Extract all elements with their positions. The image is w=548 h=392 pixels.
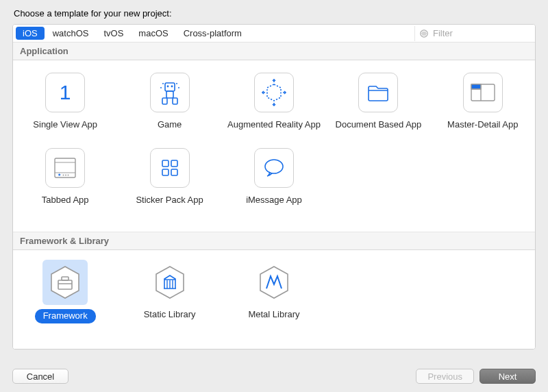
game-icon <box>150 73 190 112</box>
filter-icon <box>419 29 429 38</box>
svg-point-13 <box>160 87 162 88</box>
next-button[interactable]: Next <box>480 369 536 384</box>
metal-library-icon <box>254 262 294 302</box>
svg-rect-8 <box>166 91 173 98</box>
template-label: Tabbed App <box>42 195 89 217</box>
section-header-framework-library: Framework & Library <box>13 232 535 250</box>
template-single-view-app[interactable]: 1 Single View App <box>14 73 116 141</box>
svg-rect-29 <box>162 169 169 175</box>
template-label: Master-Detail App <box>447 119 518 141</box>
svg-rect-28 <box>171 160 177 167</box>
page-title: Choose a template for your new project: <box>0 0 548 24</box>
template-panel: iOS watchOS tvOS macOS Cross-platform Ap… <box>12 24 536 350</box>
tab-cross-platform[interactable]: Cross-platform <box>177 27 249 40</box>
svg-point-24 <box>63 175 64 176</box>
template-document-based-app[interactable]: Document Based App <box>327 73 429 141</box>
svg-point-14 <box>178 87 179 88</box>
static-library-icon <box>150 262 190 302</box>
template-label: Game <box>158 119 182 141</box>
master-detail-icon <box>463 73 503 112</box>
framework-grid: Framework Static Library <box>13 250 535 349</box>
single-view-app-icon: 1 <box>45 73 85 112</box>
svg-point-11 <box>162 83 164 84</box>
svg-rect-17 <box>471 84 481 89</box>
template-label: Document Based App <box>336 119 422 141</box>
tab-macos[interactable]: macOS <box>132 27 175 40</box>
filter-field[interactable] <box>414 26 532 41</box>
template-sticker-pack-app[interactable]: Sticker Pack App <box>119 148 221 217</box>
template-game[interactable]: Game <box>119 73 221 141</box>
footer-buttons: Cancel Previous Next <box>0 369 548 384</box>
template-framework[interactable]: Framework <box>14 262 116 331</box>
svg-rect-5 <box>165 83 175 91</box>
svg-rect-9 <box>162 98 167 104</box>
tab-watchos[interactable]: watchOS <box>46 27 96 40</box>
application-grid: 1 Single View App Game <box>13 60 535 232</box>
template-metal-library[interactable]: Metal Library <box>223 262 325 331</box>
template-static-library[interactable]: Static Library <box>119 262 221 331</box>
tab-tvos[interactable]: tvOS <box>97 27 130 40</box>
imessage-icon <box>254 148 294 188</box>
tab-ios[interactable]: iOS <box>16 27 45 40</box>
platform-tabbar: iOS watchOS tvOS macOS Cross-platform <box>13 25 535 42</box>
template-label: Metal Library <box>248 309 299 331</box>
svg-point-31 <box>265 160 283 173</box>
folder-icon <box>358 73 398 112</box>
svg-text:★: ★ <box>58 173 61 177</box>
svg-rect-30 <box>171 169 177 175</box>
svg-point-7 <box>171 86 173 88</box>
svg-point-25 <box>65 175 66 176</box>
template-imessage-app[interactable]: iMessage App <box>223 148 325 217</box>
template-label: Augmented Reality App <box>227 119 321 141</box>
previous-button: Previous <box>416 369 474 384</box>
svg-point-6 <box>166 86 169 88</box>
template-label: Single View App <box>33 119 97 141</box>
section-header-application: Application <box>13 42 535 60</box>
svg-rect-27 <box>162 160 169 167</box>
framework-icon <box>45 262 85 302</box>
template-label: iMessage App <box>246 195 302 217</box>
cancel-button[interactable]: Cancel <box>12 369 68 384</box>
template-label: Static Library <box>144 309 196 331</box>
template-master-detail-app[interactable]: Master-Detail App <box>432 73 534 141</box>
filter-input[interactable] <box>432 27 536 39</box>
svg-point-26 <box>68 175 69 176</box>
svg-point-12 <box>176 83 177 84</box>
svg-text:1: 1 <box>60 81 71 103</box>
template-label: Sticker Pack App <box>136 195 203 217</box>
sticker-pack-icon <box>150 148 190 188</box>
template-tabbed-app[interactable]: ★ Tabbed App <box>14 148 116 217</box>
template-label: Framework <box>35 309 96 323</box>
arkit-icon <box>254 73 294 112</box>
svg-rect-10 <box>173 98 177 104</box>
selection-highlight <box>42 260 88 305</box>
template-augmented-reality-app[interactable]: Augmented Reality App <box>223 73 325 141</box>
tabbed-app-icon: ★ <box>45 148 85 188</box>
